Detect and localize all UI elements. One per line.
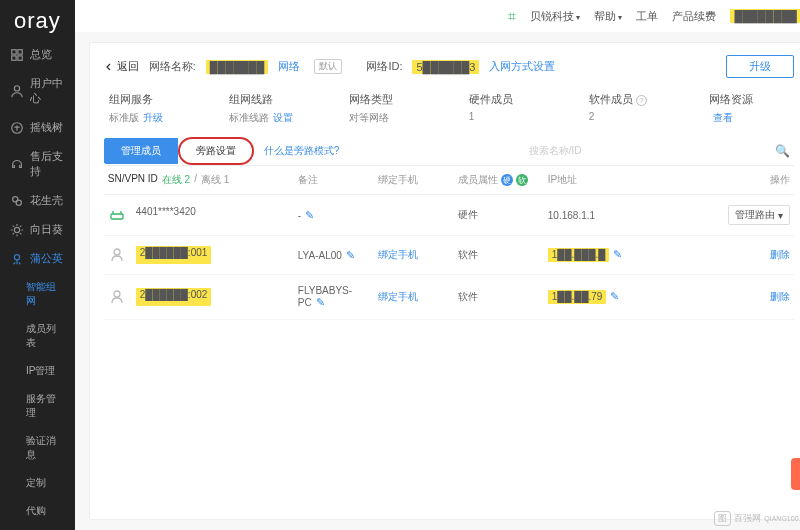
svg-rect-0 bbox=[12, 49, 16, 53]
search-icon[interactable]: 🔍 bbox=[775, 144, 790, 158]
table-row: 2██████:002 FLYBABYS-PC✎ 绑定手机 软件 1██.██.… bbox=[104, 275, 794, 320]
svg-rect-2 bbox=[12, 55, 16, 59]
sidebar-sub-network[interactable]: 智能组网 bbox=[0, 273, 75, 315]
upgrade-button[interactable]: 升级 bbox=[726, 55, 794, 78]
edit-icon[interactable]: ✎ bbox=[610, 290, 619, 302]
sum-sw: 软件成员?2 bbox=[589, 92, 669, 125]
dandelion-icon bbox=[10, 252, 24, 266]
svg-rect-11 bbox=[111, 214, 123, 219]
topbar-help[interactable]: 帮助▾ bbox=[594, 9, 622, 24]
upgrade-link[interactable]: 升级 bbox=[143, 112, 163, 123]
svg-point-8 bbox=[14, 227, 19, 232]
topbar-company[interactable]: 贝锐科技▾ bbox=[530, 9, 580, 24]
search-placeholder: 搜索名称/ID bbox=[529, 144, 582, 158]
network-name-label: 网络名称: bbox=[149, 59, 196, 74]
chevron-down-icon: ▾ bbox=[576, 13, 580, 22]
view-link[interactable]: 查看 bbox=[713, 112, 733, 123]
attr-sw-icon: 软 bbox=[516, 174, 528, 186]
sidebar-sub-custom[interactable]: 定制 bbox=[0, 469, 75, 497]
sum-resource: 网络资源查看 bbox=[709, 92, 789, 125]
svg-point-9 bbox=[14, 254, 19, 259]
topbar-ticket[interactable]: 工单 bbox=[636, 9, 658, 24]
table-row: 4401****3420 -✎ 硬件 10.168.1.1 管理路由▾ bbox=[104, 195, 794, 236]
attr-hw-icon: 硬 bbox=[501, 174, 513, 186]
svg-point-4 bbox=[14, 86, 19, 91]
chevron-down-icon: ▾ bbox=[778, 210, 783, 221]
header-row: 返回 网络名称: ███████ 网络 默认 网络ID: 5██████3 入网… bbox=[104, 55, 794, 78]
sum-hw: 硬件成员1 bbox=[469, 92, 549, 125]
money-icon bbox=[10, 121, 24, 135]
table-head: SN/VPN ID在线 2/离线 1 备注 绑定手机 成员属性硬软 IP地址 操… bbox=[104, 166, 794, 195]
edit-icon[interactable]: ✎ bbox=[613, 248, 622, 260]
watermark: 图百强网QIANG100.COM bbox=[714, 511, 800, 526]
table-row: 2██████:001 LYA-AL00✎ 绑定手机 软件 1██.███.█✎… bbox=[104, 236, 794, 275]
tabs: 管理成员 旁路设置 什么是旁路模式? 搜索名称/ID 🔍 bbox=[104, 137, 794, 166]
back-button[interactable]: 返回 bbox=[104, 59, 139, 74]
svg-point-13 bbox=[114, 291, 120, 297]
sum-type: 网络类型对等网络 bbox=[349, 92, 429, 125]
sidebar-item-hsk[interactable]: 花生壳 bbox=[0, 186, 75, 215]
manage-router-button[interactable]: 管理路由▾ bbox=[728, 205, 790, 225]
bypass-help-link[interactable]: 什么是旁路模式? bbox=[264, 144, 340, 158]
content-panel: 返回 网络名称: ███████ 网络 默认 网络ID: 5██████3 入网… bbox=[89, 42, 800, 520]
grid-icon bbox=[10, 48, 24, 62]
sum-service: 组网服务标准版升级 bbox=[109, 92, 189, 125]
svg-rect-1 bbox=[18, 49, 22, 53]
settings-link[interactable]: 设置 bbox=[273, 112, 293, 123]
sidebar-sub-verify[interactable]: 验证消息 bbox=[0, 427, 75, 469]
sidebar-sub-members[interactable]: 成员列表 bbox=[0, 315, 75, 357]
network-id-label: 网络ID: bbox=[366, 59, 402, 74]
main: ⌗ 贝锐科技▾ 帮助▾ 工单 产品续费 ████████▾ 返回 网络名称: █… bbox=[75, 0, 800, 530]
user-icon bbox=[10, 84, 24, 98]
network-tag: 网络 bbox=[278, 59, 300, 74]
sum-line: 组网线路标准线路设置 bbox=[229, 92, 309, 125]
network-name-value: ███████ bbox=[206, 60, 269, 74]
topbar: ⌗ 贝锐科技▾ 帮助▾ 工单 产品续费 ████████▾ bbox=[75, 0, 800, 32]
network-id-value: 5██████3 bbox=[412, 60, 479, 74]
router-icon bbox=[108, 206, 126, 224]
sidebar-item-pgy[interactable]: 蒲公英 bbox=[0, 244, 75, 273]
brand-logo: oray bbox=[0, 0, 75, 40]
sidebar-sub-purchase[interactable]: 代购 bbox=[0, 497, 75, 525]
sidebar-item-domain[interactable]: 域名 bbox=[0, 525, 75, 530]
client-icon bbox=[108, 246, 126, 264]
svg-rect-3 bbox=[18, 55, 22, 59]
default-tag: 默认 bbox=[314, 59, 342, 74]
sidebar-item-support[interactable]: 售后支持 bbox=[0, 142, 75, 186]
tab-bypass-settings[interactable]: 旁路设置 bbox=[178, 137, 254, 165]
peanut-icon bbox=[10, 194, 24, 208]
sidebar-item-moneytree[interactable]: 摇钱树 bbox=[0, 113, 75, 142]
delete-link[interactable]: 删除 bbox=[770, 291, 790, 302]
edit-icon[interactable]: ✎ bbox=[316, 296, 325, 308]
access-settings-link[interactable]: 入网方式设置 bbox=[489, 59, 555, 74]
delete-link[interactable]: 删除 bbox=[770, 249, 790, 260]
info-icon[interactable]: ? bbox=[636, 95, 647, 106]
edit-icon[interactable]: ✎ bbox=[305, 209, 314, 221]
sidebar-item-sunflower[interactable]: 向日葵 bbox=[0, 215, 75, 244]
qr-icon[interactable]: ⌗ bbox=[508, 8, 516, 25]
sidebar-sub-ip[interactable]: IP管理 bbox=[0, 357, 75, 385]
headset-icon bbox=[10, 157, 24, 171]
support-float-button[interactable] bbox=[791, 458, 800, 490]
sidebar-item-overview[interactable]: 总览 bbox=[0, 40, 75, 69]
bind-phone-link[interactable]: 绑定手机 bbox=[378, 249, 418, 260]
summary-row: 组网服务标准版升级 组网线路标准线路设置 网络类型对等网络 硬件成员1 软件成员… bbox=[104, 92, 794, 125]
topbar-renew[interactable]: 产品续费 bbox=[672, 9, 716, 24]
sidebar: oray 总览 用户中心 摇钱树 售后支持 花生壳 向日葵 蒲公英 智能组网 成… bbox=[0, 0, 75, 530]
sun-icon bbox=[10, 223, 24, 237]
bind-phone-link[interactable]: 绑定手机 bbox=[378, 291, 418, 302]
sidebar-item-user[interactable]: 用户中心 bbox=[0, 69, 75, 113]
edit-icon[interactable]: ✎ bbox=[346, 249, 355, 261]
svg-point-12 bbox=[114, 249, 120, 255]
sidebar-sub-service[interactable]: 服务管理 bbox=[0, 385, 75, 427]
client-icon bbox=[108, 288, 126, 306]
svg-point-7 bbox=[16, 200, 21, 205]
chevron-down-icon: ▾ bbox=[618, 13, 622, 22]
topbar-user[interactable]: ████████▾ bbox=[730, 9, 800, 23]
tab-manage-members[interactable]: 管理成员 bbox=[104, 138, 178, 164]
